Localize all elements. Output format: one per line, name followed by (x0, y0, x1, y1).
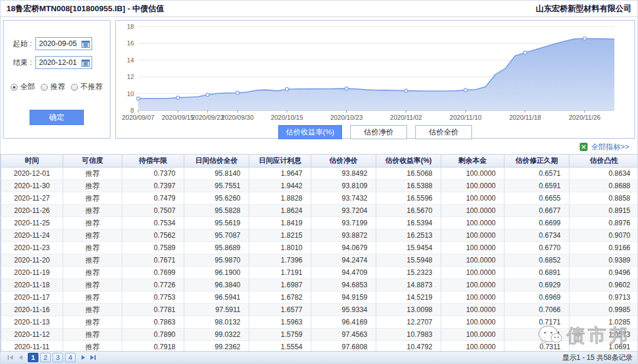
table-row[interactable]: 2020-11-30推荐0.739795.75511.944293.810916… (1, 180, 638, 192)
svg-text:10: 10 (127, 90, 134, 97)
chart-panel: 810121416182020/09/072020/09/152020/09/2… (115, 20, 635, 139)
table-row[interactable]: 2020-11-24推荐0.756295.70871.821593.887216… (1, 229, 638, 242)
table-row[interactable]: 2020-11-19推荐0.769996.19001.719194.470915… (1, 267, 638, 279)
start-date-field[interactable] (35, 37, 92, 50)
start-date-row: 起始 : (13, 37, 110, 50)
radio-全部[interactable]: 全部 (11, 82, 35, 92)
svg-text:18: 18 (127, 23, 134, 30)
column-header: 日间应计利息 (249, 155, 311, 168)
svg-text:2020/09/30: 2020/09/30 (221, 114, 253, 121)
column-header: 待偿年限 (122, 155, 184, 168)
end-date-label: 结束 : (13, 58, 35, 68)
start-date-input[interactable] (39, 40, 82, 48)
record-summary: 显示1 - 15 共58条记录 (562, 353, 633, 363)
end-date-row: 结束 : (13, 56, 110, 69)
table-row[interactable]: 2020-11-23推荐0.758995.86891.801094.067915… (1, 242, 638, 254)
indicator-row: 全部指标>> (1, 140, 637, 154)
radio-不推荐[interactable]: 不推荐 (71, 82, 103, 92)
start-date-label: 起始 : (13, 39, 35, 49)
table-row[interactable]: 2020-11-13推荐0.786398.01321.596396.416912… (1, 316, 638, 329)
svg-text:2020/10/15: 2020/10/15 (271, 114, 303, 121)
excel-export-icon[interactable] (580, 143, 588, 151)
metric-tab[interactable]: 估价收益率(%) (278, 125, 342, 139)
radio-circle-icon[interactable] (11, 84, 18, 91)
svg-text:2020/11/02: 2020/11/02 (390, 114, 422, 121)
last-page-button[interactable] (88, 353, 98, 362)
bond-valuation-window: 18鲁宏桥MTN008[101800955.IB] - 中债估值 山东宏桥新型材… (0, 0, 638, 364)
table-row[interactable]: 2020-11-18推荐0.772696.38401.698794.685314… (1, 279, 638, 291)
all-indicators-link[interactable]: 全部指标>> (591, 142, 629, 152)
table-row[interactable]: 2020-11-16推荐0.778197.59111.657795.933413… (1, 304, 638, 316)
yield-chart: 810121416182020/09/072020/09/152020/09/2… (116, 22, 634, 123)
svg-text:2020/09/15: 2020/09/15 (162, 114, 194, 121)
prev-page-button[interactable] (15, 353, 25, 362)
svg-text:2020/09/07: 2020/09/07 (122, 114, 154, 121)
svg-text:2020/10/23: 2020/10/23 (330, 114, 363, 121)
svg-text:16: 16 (127, 40, 134, 47)
table-header-row: 时间可信度待偿年限日间估价全价日间应计利息估价净价估价收益率(%)剩余本金估价修… (1, 155, 638, 168)
filter-panel: 起始 : 结束 : (3, 20, 110, 139)
page-button-3[interactable]: 3 (53, 353, 63, 362)
valuation-table: 时间可信度待偿年限日间估价全价日间应计利息估价净价估价收益率(%)剩余本金估价修… (1, 154, 638, 353)
svg-text:2020/09/23: 2020/09/23 (191, 114, 224, 121)
column-header: 估价净价 (311, 155, 376, 168)
page-button-1[interactable]: 1 (28, 353, 38, 362)
page-button-4[interactable]: 4 (65, 353, 76, 362)
metric-tab[interactable]: 估价全价 (415, 125, 472, 139)
end-date-field[interactable] (35, 56, 92, 69)
end-date-input[interactable] (39, 58, 82, 67)
column-header: 估价凸性 (569, 155, 638, 168)
table-row[interactable]: 2020-12-01推荐0.737095.81401.964793.849216… (1, 168, 638, 180)
company-name: 山东宏桥新型材料有限公司 (536, 4, 632, 14)
page-button-2[interactable]: 2 (40, 353, 51, 362)
svg-text:14: 14 (127, 57, 134, 64)
table-row[interactable]: 2020-11-25推荐0.753495.56191.841993.719916… (1, 217, 638, 229)
table-body: 2020-12-01推荐0.737095.81401.964793.849216… (1, 168, 638, 353)
page-title: 18鲁宏桥MTN008[101800955.IB] - 中债估值 (6, 4, 164, 14)
column-header: 日间估价全价 (184, 155, 249, 168)
confirm-button[interactable]: 确定 (30, 110, 84, 125)
column-header: 时间 (1, 155, 63, 168)
first-page-button[interactable] (5, 353, 15, 362)
recommend-radio-group: 全部推荐不推荐 (7, 82, 106, 92)
pagination-bar: 1234 显示1 - 15 共58条记录 (1, 351, 637, 363)
page-buttons: 1234 (28, 353, 76, 362)
svg-text:2020/11/10: 2020/11/10 (450, 114, 481, 121)
calendar-icon[interactable] (82, 59, 90, 67)
column-header: 估价收益率(%) (376, 155, 441, 168)
radio-circle-icon[interactable] (41, 84, 48, 91)
table-row[interactable]: 2020-11-26推荐0.750795.58281.862493.720416… (1, 205, 638, 217)
table-row[interactable]: 2020-11-12推荐0.789099.03221.575997.456310… (1, 329, 638, 341)
column-header: 剩余本金 (441, 155, 504, 168)
svg-text:8: 8 (131, 107, 134, 114)
column-header: 估价修正久期 (504, 155, 569, 168)
radio-circle-icon[interactable] (71, 84, 78, 91)
column-header: 可信度 (63, 155, 122, 168)
svg-text:12: 12 (127, 73, 134, 80)
table-row[interactable]: 2020-11-27推荐0.747995.62601.882893.743216… (1, 192, 638, 205)
table-row[interactable]: 2020-11-20推荐0.767195.98701.739694.247415… (1, 254, 638, 267)
title-bar: 18鲁宏桥MTN008[101800955.IB] - 中债估值 山东宏桥新型材… (1, 1, 637, 17)
table-row[interactable]: 2020-11-17推荐0.775396.59411.678294.915914… (1, 291, 638, 304)
calendar-icon[interactable] (82, 40, 90, 48)
radio-推荐[interactable]: 推荐 (41, 82, 65, 92)
svg-text:2020/11/26: 2020/11/26 (569, 114, 601, 121)
metric-tab[interactable]: 估价净价 (350, 125, 407, 139)
controls-section: 起始 : 结束 : (1, 17, 637, 140)
next-page-button[interactable] (78, 353, 88, 362)
svg-text:2020/11/18: 2020/11/18 (509, 114, 541, 121)
metric-tabs: 估价收益率(%)估价净价估价全价 (116, 125, 634, 139)
